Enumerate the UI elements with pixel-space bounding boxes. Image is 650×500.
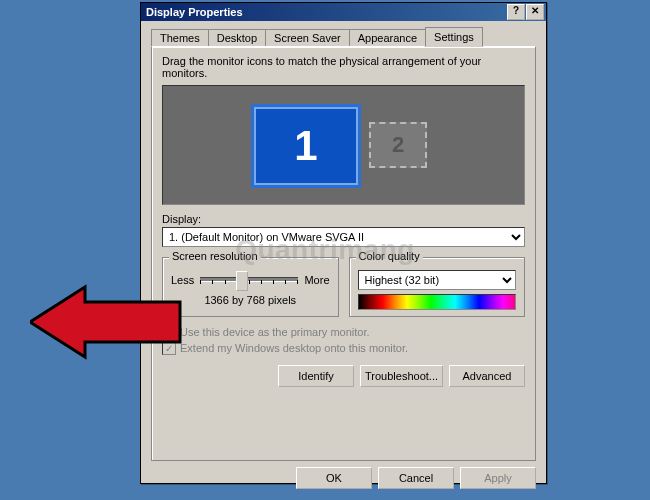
monitor-arrange-area[interactable]: 1 2 <box>162 85 525 205</box>
window-title: Display Properties <box>143 6 243 18</box>
display-select[interactable]: 1. (Default Monitor) on VMware SVGA II <box>162 227 525 247</box>
tab-screensaver[interactable]: Screen Saver <box>265 29 350 46</box>
check-primary <box>162 325 176 339</box>
tab-settings[interactable]: Settings <box>425 27 483 47</box>
resolution-value: 1366 by 768 pixels <box>171 294 330 306</box>
color-quality-select[interactable]: Highest (32 bit) <box>358 270 517 290</box>
check-extend: ✓ <box>162 341 176 355</box>
check-primary-label: Use this device as the primary monitor. <box>180 326 370 338</box>
identify-button[interactable]: Identify <box>278 365 354 387</box>
monitor-icon-1[interactable]: 1 <box>251 104 361 188</box>
titlebar[interactable]: Display Properties ? ✕ <box>141 3 546 21</box>
color-quality-legend: Color quality <box>356 250 423 262</box>
apply-button[interactable]: Apply <box>460 467 536 489</box>
check-extend-label: Extend my Windows desktop onto this moni… <box>180 342 408 354</box>
troubleshoot-button[interactable]: Troubleshoot... <box>360 365 443 387</box>
check-extend-row: ✓ Extend my Windows desktop onto this mo… <box>162 341 525 355</box>
dialog-buttons: OK Cancel Apply <box>151 467 536 489</box>
help-button[interactable]: ? <box>507 4 525 20</box>
tabs-area: Themes Desktop Screen Saver Appearance S… <box>151 27 536 461</box>
slider-label-more: More <box>304 274 329 286</box>
display-properties-window: Display Properties ? ✕ Themes Desktop Sc… <box>140 2 547 484</box>
display-label: Display: <box>162 213 525 225</box>
tab-desktop[interactable]: Desktop <box>208 29 266 46</box>
slider-thumb[interactable] <box>236 271 248 291</box>
ok-button[interactable]: OK <box>296 467 372 489</box>
tabs-row: Themes Desktop Screen Saver Appearance S… <box>151 27 536 46</box>
titlebar-buttons: ? ✕ <box>507 4 544 20</box>
tab-appearance[interactable]: Appearance <box>349 29 426 46</box>
color-spectrum-preview <box>358 294 517 310</box>
slider-label-less: Less <box>171 274 194 286</box>
settings-tab-content: Drag the monitor icons to match the phys… <box>151 46 536 461</box>
advanced-button[interactable]: Advanced <box>449 365 525 387</box>
screen-resolution-group: Screen resolution Less More 1366 by 768 … <box>162 257 339 317</box>
color-quality-group: Color quality Highest (32 bit) <box>349 257 526 317</box>
arrange-instruction: Drag the monitor icons to match the phys… <box>162 55 525 79</box>
resolution-slider[interactable] <box>200 270 298 290</box>
close-button[interactable]: ✕ <box>526 4 544 20</box>
tab-themes[interactable]: Themes <box>151 29 209 46</box>
monitor-icon-2[interactable]: 2 <box>369 122 427 168</box>
check-primary-row: Use this device as the primary monitor. <box>162 325 525 339</box>
screen-resolution-legend: Screen resolution <box>169 250 261 262</box>
cancel-button[interactable]: Cancel <box>378 467 454 489</box>
monitor-checks: Use this device as the primary monitor. … <box>162 325 525 355</box>
